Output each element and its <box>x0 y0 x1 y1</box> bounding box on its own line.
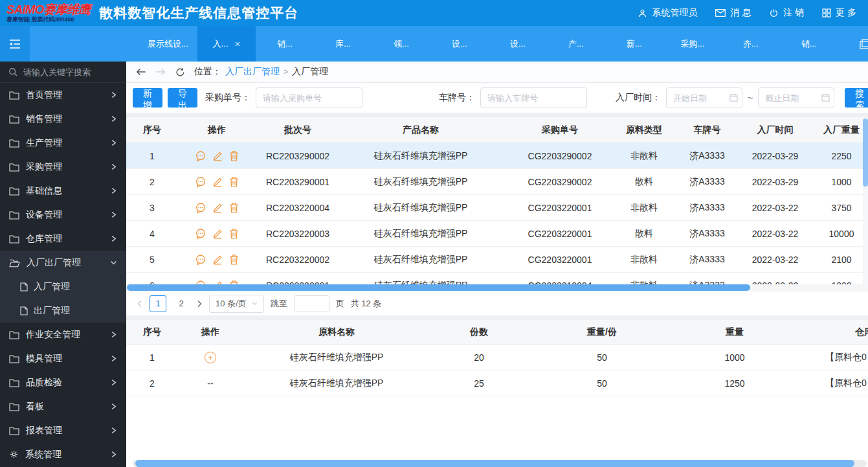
tab-close-icon[interactable]: × <box>234 39 240 49</box>
add-button[interactable]: 新增 <box>133 88 162 108</box>
jump-to-page-input[interactable] <box>294 295 329 312</box>
comment-icon[interactable] <box>195 202 206 214</box>
edit-icon[interactable] <box>212 254 223 265</box>
tab-item[interactable]: 入... × <box>197 26 256 62</box>
table-row[interactable]: 1 RC2203290002 硅灰石纤维填充增强PP CG2203290002 … <box>126 143 868 169</box>
tab-item[interactable]: 销... × <box>256 26 314 62</box>
edit-icon[interactable] <box>212 228 223 239</box>
back-icon[interactable] <box>135 67 146 76</box>
prev-page-icon[interactable] <box>137 300 143 308</box>
breadcrumb-parent-link[interactable]: 入厂出厂管理 <box>225 66 280 78</box>
sidebar-item[interactable]: 设备管理 <box>0 203 126 227</box>
table-vertical-scrollbar-track <box>863 117 868 284</box>
more-menu[interactable]: 更 多 <box>822 7 856 19</box>
delete-icon[interactable] <box>229 176 239 187</box>
table-row[interactable]: 5 RC2203220002 硅灰石纤维填充增强PP CG2203220001 … <box>126 247 868 273</box>
cell-seq: 4 <box>126 229 178 239</box>
plate-number-input[interactable] <box>480 87 587 108</box>
comment-icon[interactable] <box>195 254 206 266</box>
sidebar-item[interactable]: 模具管理 <box>0 347 126 370</box>
tab-label: 销... <box>277 38 293 50</box>
tab-item[interactable]: 设... × <box>489 26 547 62</box>
page-horizontal-scrollbar-thumb[interactable] <box>135 460 854 467</box>
logout-menu[interactable]: 注 销 <box>769 7 804 19</box>
table-row[interactable]: 2 RC2203290001 硅灰石纤维填充增强PP CG2203290002 … <box>126 169 868 195</box>
sidebar-item[interactable]: 采购管理 <box>0 155 126 179</box>
sidebar-item[interactable]: 仓库管理 <box>0 227 126 251</box>
sidebar-item[interactable]: 品质检验 <box>0 370 126 394</box>
sidebar-item[interactable]: 基础信息 <box>0 179 126 203</box>
search-input[interactable] <box>23 67 114 77</box>
sidebar-item-system-management[interactable]: 系统管理 <box>0 442 126 466</box>
tab-item[interactable]: 销... × <box>780 26 838 62</box>
edit-icon[interactable] <box>212 202 223 213</box>
tab-item[interactable]: 库... × <box>314 26 372 62</box>
cell-warehouse: 【原料仓0 <box>793 378 868 389</box>
po-number-input[interactable] <box>256 87 362 108</box>
delete-icon[interactable] <box>229 228 239 239</box>
table-horizontal-scrollbar-thumb[interactable] <box>127 284 750 291</box>
sidebar-item[interactable]: 生产管理 <box>0 131 126 155</box>
sidebar-item-label: 仓库管理 <box>26 233 62 245</box>
breadcrumb: 位置： 入厂出厂管理 > 入厂管理 <box>194 66 328 78</box>
tab-item[interactable]: 薪... × <box>605 26 663 62</box>
tab-item[interactable]: 采购... × <box>663 26 722 62</box>
refresh-icon[interactable] <box>175 67 185 77</box>
table-row[interactable]: 2 -- 硅灰石纤维填充增强PP 25 50 1250 【原料仓0 <box>126 370 868 396</box>
edit-icon[interactable] <box>212 176 223 187</box>
page-size-select[interactable]: 10 条/页 <box>209 295 264 313</box>
sidebar-item-label: 首页管理 <box>26 89 62 101</box>
sidebar-item[interactable]: 作业安全管理 <box>0 323 126 347</box>
sidebar-item[interactable]: 看板 <box>0 394 126 418</box>
page-number-button[interactable]: 2 <box>173 295 190 312</box>
grid-icon <box>822 8 831 17</box>
sidebar-search <box>0 62 126 83</box>
tab-item[interactable]: 展示线设... × <box>139 26 197 62</box>
tab-item[interactable]: 齐... × <box>722 26 780 62</box>
user-menu[interactable]: 系统管理员 <box>638 7 697 19</box>
sidebar-item[interactable]: 报表管理 <box>0 418 126 442</box>
cell-actions <box>178 150 256 162</box>
jump-to-label: 跳至 <box>271 298 287 310</box>
page-number-button[interactable]: 1 <box>150 295 166 312</box>
sidebar-subitem-entry-management[interactable]: 入厂管理 <box>0 275 126 299</box>
cell-entry-time: 2022-03-22 <box>744 229 806 239</box>
sidebar-item[interactable]: 销售管理 <box>0 107 126 131</box>
sidebar-item-inout-management[interactable]: 入厂出厂管理 <box>0 251 126 275</box>
comment-icon[interactable] <box>195 176 206 188</box>
sidebar-subitem-exit-management[interactable]: 出厂管理 <box>0 299 126 323</box>
breadcrumb-separator: > <box>284 67 288 76</box>
delete-icon[interactable] <box>229 254 239 265</box>
next-page-icon[interactable] <box>196 300 203 308</box>
sidebar-nav: 首页管理 销售管理 生产管理 采购管理 <box>0 62 126 467</box>
export-button[interactable]: 导出 <box>168 88 197 108</box>
chevron-right-icon <box>110 355 117 362</box>
comment-icon[interactable] <box>195 150 206 162</box>
chevron-right-icon <box>110 451 117 458</box>
sidebar-item[interactable]: 首页管理 <box>0 83 126 107</box>
cell-batch-no: RC2203220002 <box>256 255 340 265</box>
collapse-sidebar-button[interactable] <box>0 26 30 62</box>
tab-item[interactable]: 领... × <box>372 26 430 62</box>
tab-item[interactable]: 设... × <box>430 26 489 62</box>
tab-overflow-icon[interactable] <box>860 39 868 49</box>
comment-icon[interactable] <box>195 228 206 240</box>
sidebar-item-label: 入厂出厂管理 <box>27 257 81 269</box>
messages-menu[interactable]: 消 息 <box>715 7 751 19</box>
tab-item[interactable]: 产... × <box>547 26 605 62</box>
breadcrumb-current: 入厂管理 <box>292 66 328 78</box>
table-row[interactable]: 1 + 硅灰石纤维填充增强PP 20 50 1000 【原料仓0 <box>126 345 868 370</box>
table-row[interactable]: 4 RC2203220003 硅灰石纤维填充增强PP CG2203220001 … <box>126 221 868 247</box>
delete-icon[interactable] <box>229 202 239 213</box>
folder-icon <box>9 211 19 220</box>
calendar-icon <box>729 93 738 102</box>
edit-icon[interactable] <box>212 150 223 161</box>
expand-plus-icon[interactable]: + <box>205 352 216 363</box>
forward-icon[interactable] <box>155 67 166 76</box>
logo-text: SAiMO赛摩维鹰 <box>6 3 90 16</box>
table-vertical-scrollbar-thumb[interactable] <box>863 119 868 187</box>
table-row[interactable]: 3 RC2203220004 硅灰石纤维填充增强PP CG2203220001 … <box>126 195 868 221</box>
tab-label: 领... <box>394 38 409 50</box>
delete-icon[interactable] <box>229 150 239 161</box>
search-button[interactable]: 搜索 <box>845 88 868 108</box>
